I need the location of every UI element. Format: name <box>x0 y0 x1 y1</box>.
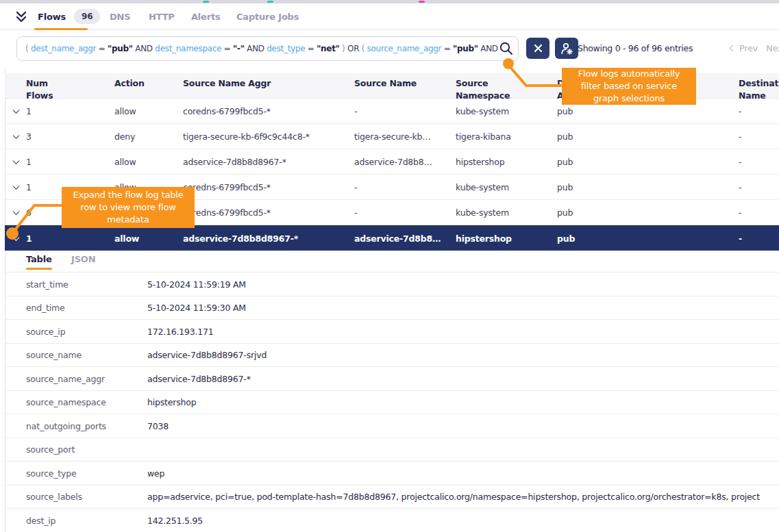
flow-row[interactable]: 3denytigera-secure-kb-6f9c9c44c8-*tigera… <box>5 124 779 149</box>
query-token: "pub" <box>453 44 478 53</box>
col-num-flows[interactable]: Num Flows <box>26 77 64 101</box>
clear-filter-button[interactable] <box>526 38 549 59</box>
detail-row: source_nameadservice-7d8b8d8967-srjvd <box>5 344 779 368</box>
tab-capture-jobs-label: Capture Jobs <box>236 12 299 22</box>
detail-value: app=adservice, pci=true, pod-template-ha… <box>147 492 760 502</box>
col-source-name-aggr[interactable]: Source Name Aggr <box>183 77 271 90</box>
tab-http-label: HTTP <box>149 12 175 22</box>
close-icon <box>534 44 543 53</box>
graph-edge-fragment <box>267 1 273 3</box>
prev-chevron-icon[interactable] <box>730 45 737 52</box>
cell-num-flows: 1 <box>26 106 32 116</box>
cell-dest-name-aggr: pub <box>557 207 573 218</box>
detail-value: 142.251.5.95 <box>147 515 203 525</box>
flows-count-badge: 96 <box>74 9 100 24</box>
cell-source-name-aggr: adservice-7d8b8d8967-* <box>183 233 298 243</box>
detail-row: start_time5-10-2024 11:59:19 AM <box>5 273 779 296</box>
graph-edge-fragment <box>419 1 425 3</box>
row-expand-chevron-icon[interactable] <box>14 131 18 142</box>
cell-action: allow <box>114 233 139 243</box>
cell-action: allow <box>114 106 136 116</box>
detail-value: adservice-7d8b8d8967-* <box>147 373 251 383</box>
cell-source-name: adservice-7d8b8… <box>354 157 432 167</box>
query-token: = <box>224 44 231 53</box>
cell-dest-name-aggr: pub <box>557 182 573 192</box>
cell-source-name: - <box>354 106 357 116</box>
tab-http[interactable]: HTTP <box>149 3 175 29</box>
row-expand-chevron-icon[interactable] <box>14 233 18 243</box>
filter-query-input[interactable]: ( dest_name_aggr = "pub" AND dest_namesp… <box>16 36 519 61</box>
query-token: AND <box>135 44 153 53</box>
query-token: = <box>308 44 314 53</box>
cell-source-namespace: kube-system <box>456 182 509 192</box>
detail-key: source_type <box>26 468 76 478</box>
detail-key: source_namespace <box>26 397 106 407</box>
cell-num-flows: 1 <box>26 233 32 243</box>
query-token: source_name_aggr <box>367 44 442 53</box>
user-settings-button[interactable] <box>555 38 578 59</box>
col-source-namespace[interactable]: Source Namespace <box>456 77 513 101</box>
query-token: ) <box>342 44 345 53</box>
cell-destination-name: - <box>739 106 741 116</box>
detail-row: end_time5-10-2024 11:59:30 AM <box>5 296 779 320</box>
row-expand-chevron-icon[interactable] <box>14 106 18 116</box>
col-destination-name[interactable]: Destination Name <box>739 77 779 101</box>
query-token: dest_name_aggr <box>31 44 96 53</box>
cell-source-namespace: tigera-kibana <box>456 131 511 142</box>
cell-num-flows: 1 <box>26 182 32 192</box>
detail-value: wep <box>147 468 164 478</box>
detail-row: dest_ip142.251.5.95 <box>5 509 779 532</box>
cell-action: deny <box>114 131 135 142</box>
logs-tab-bar: Flows 96 DNS HTTP Alerts Capture Jobs <box>0 3 779 30</box>
detail-row: source_ip172.16.193.171 <box>5 320 779 344</box>
col-source-name[interactable]: Source Name <box>354 77 417 90</box>
flow-row-selected[interactable]: 1allowadservice-7d8b8d8967-*adservice-7d… <box>5 225 779 251</box>
detail-tab-json[interactable]: JSON <box>71 254 95 264</box>
detail-key: end_time <box>26 303 64 313</box>
detail-key: source_labels <box>26 492 82 502</box>
detail-value: adservice-7d8b8d8967-srjvd <box>147 350 267 360</box>
cell-destination-name: - <box>739 182 741 192</box>
cell-num-flows: 3 <box>26 131 32 142</box>
search-icon[interactable] <box>499 41 514 59</box>
next-button[interactable]: Next <box>766 43 779 53</box>
flow-detail-table: start_time5-10-2024 11:59:19 AMend_time5… <box>5 272 779 532</box>
detail-row: source_labelsapp=adservice, pci=true, po… <box>5 485 779 509</box>
cell-dest-name-aggr: pub <box>557 157 573 167</box>
query-token: "pub" <box>108 44 133 53</box>
cell-source-name-aggr: adservice-7d8b8d8967-* <box>183 157 286 167</box>
detail-row: nat_outgoing_ports7038 <box>5 414 779 438</box>
row-expand-chevron-icon[interactable] <box>14 182 18 192</box>
detail-value: 5-10-2024 11:59:19 AM <box>147 279 246 289</box>
detail-key: source_port <box>26 444 75 455</box>
tab-flows-label: Flows <box>38 12 66 22</box>
tab-alerts-label: Alerts <box>191 12 221 22</box>
detail-value: hipstershop <box>147 397 196 407</box>
query-token: dest_type <box>267 44 305 53</box>
col-action[interactable]: Action <box>114 77 145 90</box>
row-expand-chevron-icon[interactable] <box>14 207 18 218</box>
tab-dns[interactable]: DNS <box>110 3 130 29</box>
tab-flows[interactable]: Flows 96 <box>38 3 100 29</box>
detail-tab-table[interactable]: Table <box>26 254 52 264</box>
cell-source-name: - <box>354 182 357 192</box>
row-expand-chevron-icon[interactable] <box>14 157 18 167</box>
tab-capture-jobs[interactable]: Capture Jobs <box>236 3 299 29</box>
flow-row[interactable]: 1allowadservice-7d8b8d8967-*adservice-7d… <box>5 149 779 175</box>
showing-entries-text: Showing 0 - 96 of 96 entries <box>578 43 693 53</box>
query-token: "-" <box>233 44 245 53</box>
user-gear-icon <box>560 42 573 55</box>
cell-source-name-aggr: coredns-6799fbcd5-* <box>183 106 271 116</box>
tab-dns-label: DNS <box>110 12 130 22</box>
double-chevron-down-icon <box>14 10 29 25</box>
cell-source-name: - <box>354 207 357 218</box>
prev-button[interactable]: Prev <box>739 43 758 53</box>
collapse-panel-button[interactable] <box>14 10 29 25</box>
cell-source-name-aggr: coredns-6799fbcd5-* <box>183 182 271 192</box>
detail-key: source_name <box>26 350 82 360</box>
tab-alerts[interactable]: Alerts <box>191 3 221 29</box>
query-token: OR <box>347 44 359 53</box>
pagination: Prev Next <box>730 43 779 53</box>
filter-query-text: ( dest_name_aggr = "pub" AND dest_namesp… <box>25 44 498 53</box>
cell-action: allow <box>114 157 136 167</box>
